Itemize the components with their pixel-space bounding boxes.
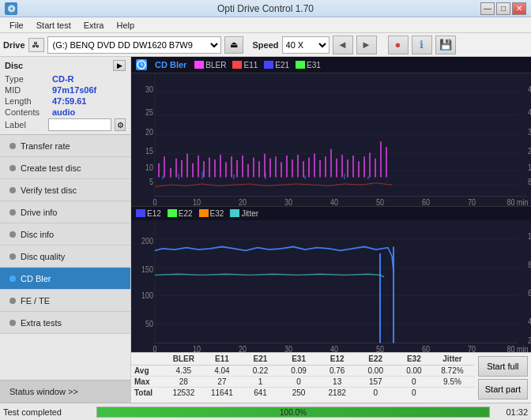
close-button[interactable]: ✕ [512, 2, 526, 15]
main-area: Disc ▶ Type CD-R MID 97m17s06f Length 47… [0, 57, 531, 403]
stats-col-e32: E32 [395, 354, 434, 363]
nav-cd-bler[interactable]: CD Bler [0, 268, 130, 290]
legend-bler-box [194, 61, 204, 69]
stats-col-e12: E12 [318, 354, 356, 363]
stats-max-e11: 27 [203, 377, 242, 386]
color-button[interactable]: ● [388, 36, 409, 54]
disc-panel: Disc ▶ Type CD-R MID 97m17s06f Length 47… [0, 57, 130, 135]
legend-e11: E11 [232, 61, 258, 69]
start-full-button[interactable]: Start full [478, 356, 528, 377]
svg-text:4%: 4% [528, 316, 531, 325]
svg-text:10: 10 [193, 198, 201, 206]
menu-start-test[interactable]: Start test [30, 19, 77, 32]
svg-text:0: 0 [153, 198, 156, 206]
nav-fe-te-label: FE / TE [21, 296, 50, 306]
speed-select[interactable]: 40 X [282, 36, 330, 54]
stats-total-label: Total [134, 388, 164, 397]
svg-text:70: 70 [468, 198, 476, 206]
svg-text:8 X: 8 X [528, 177, 531, 186]
menu-file[interactable]: File [3, 19, 30, 32]
nav-verify-test-disc-label: Verify test disc [21, 186, 77, 195]
nav-disc-quality-label: Disc quality [21, 252, 65, 261]
nav-menu: Transfer rate Create test disc Verify te… [0, 135, 130, 334]
nav-verify-test-disc[interactable]: Verify test disc [0, 179, 130, 201]
drive-bar: Drive 🖧 (G:) BENQ DVD DD DW1620 B7W9 ⏏ S… [0, 33, 531, 57]
window-controls: — □ ✕ [480, 2, 526, 15]
svg-text:40: 40 [330, 198, 338, 206]
svg-text:10: 10 [193, 344, 201, 352]
disc-contents-value: audio [52, 107, 75, 117]
progress-bar: 100.0% [96, 407, 490, 418]
chart2-svg: 200 150 100 50 10% 8% 6% 4% 2% 0 10 20 3… [131, 220, 531, 353]
status-text: Test completed [3, 407, 90, 417]
stats-data: BLER E11 E21 E31 E12 E22 E32 Jitter Avg … [131, 353, 475, 403]
chart2-container: 200 150 100 50 10% 8% 6% 4% 2% 0 10 20 3… [131, 220, 531, 353]
svg-text:80 min: 80 min [507, 344, 529, 352]
nav-drive-info[interactable]: Drive info [0, 201, 130, 223]
status-window-label: Status window >> [9, 387, 78, 396]
legend-e21-box [264, 61, 273, 69]
minimize-button[interactable]: — [480, 2, 495, 15]
speed-right-button[interactable]: ► [356, 36, 377, 54]
chart-icon [136, 59, 147, 70]
nav-transfer-rate[interactable]: Transfer rate [0, 135, 130, 157]
nav-disc-info-label: Disc info [21, 230, 54, 239]
svg-text:32 X: 32 X [528, 127, 531, 137]
app-icon: 💿 [5, 2, 17, 15]
svg-text:25: 25 [145, 107, 153, 117]
disc-label-key: Label [5, 120, 45, 129]
stats-header-label [134, 354, 164, 363]
legend-e31-box [296, 61, 305, 69]
title-bar: 💿 Opti Drive Control 1.70 — □ ✕ [0, 0, 531, 17]
stats-area: BLER E11 E21 E31 E12 E22 E32 Jitter Avg … [131, 352, 531, 403]
eject-button[interactable]: ⏏ [224, 36, 243, 54]
nav-extra-tests[interactable]: Extra tests [0, 312, 130, 334]
stats-col-jitter: Jitter [433, 354, 472, 363]
elapsed-time: 01:32 [496, 407, 528, 417]
legend2-e12: E12 [136, 209, 161, 218]
stats-max-bler: 28 [164, 377, 203, 386]
legend-bler: BLER [194, 61, 226, 69]
info-button[interactable]: ℹ [412, 36, 432, 54]
stats-avg-jitter: 8.72% [433, 366, 472, 375]
svg-text:80 min: 80 min [507, 198, 529, 206]
svg-text:2%: 2% [528, 335, 531, 344]
sidebar: Disc ▶ Type CD-R MID 97m17s06f Length 47… [0, 57, 131, 403]
chart-title: CD Bler [155, 60, 186, 69]
drive-label: Drive [3, 40, 25, 50]
nav-extra-tests-label: Extra tests [21, 318, 62, 328]
speed-label: Speed [253, 40, 279, 50]
svg-text:40: 40 [330, 344, 338, 352]
start-part-button[interactable]: Start part [478, 379, 528, 399]
disc-type-row: Type CD-R [5, 74, 126, 84]
svg-text:20: 20 [239, 198, 247, 206]
nav-fe-te[interactable]: FE / TE [0, 290, 130, 312]
disc-mid-value: 97m17s06f [52, 85, 96, 95]
stats-total-e11: 11641 [203, 388, 242, 397]
disc-arrow-button[interactable]: ▶ [113, 60, 126, 71]
disc-label-input[interactable] [48, 118, 111, 131]
disc-length-value: 47:59.61 [52, 96, 86, 106]
stats-total-row: Total 12532 11641 641 250 2182 0 0 [131, 388, 475, 398]
nav-create-test-disc[interactable]: Create test disc [0, 157, 130, 179]
disc-label-gear[interactable]: ⚙ [115, 118, 126, 131]
speed-left-button[interactable]: ◄ [333, 36, 353, 54]
menu-extra[interactable]: Extra [77, 19, 111, 32]
maximize-button[interactable]: □ [496, 2, 510, 15]
stats-total-e12: 2182 [318, 388, 356, 397]
save-button[interactable]: 💾 [435, 36, 456, 54]
stats-max-e22: 157 [356, 377, 395, 386]
stats-max-e32: 0 [395, 377, 434, 386]
stats-avg-e12: 0.76 [318, 366, 356, 375]
nav-disc-quality[interactable]: Disc quality [0, 246, 130, 268]
svg-text:150: 150 [141, 264, 153, 274]
nav-disc-info[interactable]: Disc info [0, 223, 130, 246]
svg-text:50: 50 [145, 319, 153, 328]
stats-avg-bler: 4.35 [164, 366, 203, 375]
menu-help[interactable]: Help [110, 19, 141, 32]
legend2-jitter: Jitter [230, 209, 258, 218]
nav-status-window[interactable]: Status window >> [0, 381, 130, 403]
drive-select[interactable]: (G:) BENQ DVD DD DW1620 B7W9 [47, 36, 221, 54]
svg-text:5: 5 [149, 177, 153, 186]
svg-text:20: 20 [145, 127, 153, 137]
